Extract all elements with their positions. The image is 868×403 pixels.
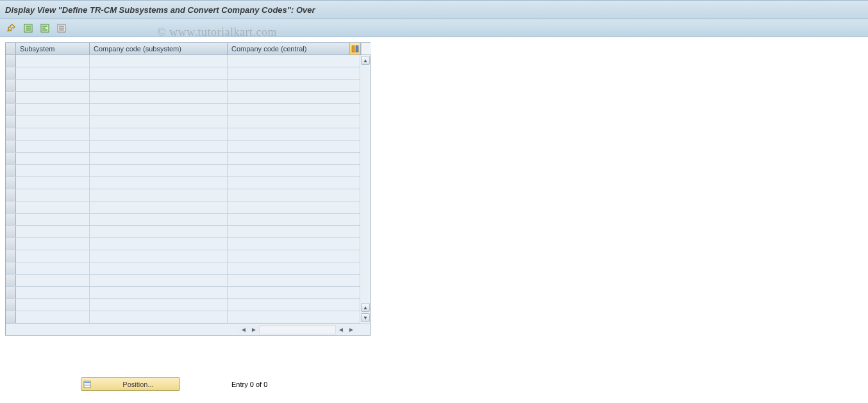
row-selector[interactable] [6, 287, 16, 298]
cell-company-cen[interactable] [228, 55, 349, 67]
cell-subsystem[interactable] [16, 141, 90, 152]
position-button[interactable]: Position... [81, 377, 180, 391]
cell-company-cen[interactable] [228, 226, 349, 237]
cell-company-cen[interactable] [228, 250, 349, 262]
cell-company-sub[interactable] [90, 80, 228, 91]
cell-company-cen[interactable] [228, 202, 349, 213]
table-row[interactable] [6, 80, 360, 92]
row-selector[interactable] [6, 214, 16, 225]
cell-company-cen[interactable] [228, 141, 349, 152]
cell-company-sub[interactable] [90, 128, 228, 140]
row-selector[interactable] [6, 177, 16, 189]
row-selector[interactable] [6, 104, 16, 116]
cell-subsystem[interactable] [16, 189, 90, 201]
table-row[interactable] [6, 311, 360, 323]
cell-company-sub[interactable] [90, 226, 228, 237]
cell-company-cen[interactable] [228, 189, 349, 201]
row-selector[interactable] [6, 311, 16, 323]
table-row[interactable] [6, 262, 360, 275]
table-row[interactable] [6, 189, 360, 202]
table-row[interactable] [6, 275, 360, 287]
table-row[interactable] [6, 67, 360, 80]
cell-company-cen[interactable] [228, 153, 349, 164]
table-row[interactable] [6, 153, 360, 165]
row-selector[interactable] [6, 67, 16, 79]
doc3-icon[interactable] [55, 22, 68, 35]
cell-subsystem[interactable] [16, 177, 90, 189]
cell-subsystem[interactable] [16, 262, 90, 274]
table-row[interactable] [6, 214, 360, 226]
cell-company-cen[interactable] [228, 214, 349, 225]
table-row[interactable] [6, 55, 360, 67]
table-row[interactable] [6, 238, 360, 250]
cell-company-cen[interactable] [228, 238, 349, 250]
table-row[interactable] [6, 141, 360, 153]
table-row[interactable] [6, 299, 360, 311]
cell-company-sub[interactable] [90, 214, 228, 225]
cell-company-cen[interactable] [228, 128, 349, 140]
row-selector[interactable] [6, 141, 16, 152]
cell-company-sub[interactable] [90, 238, 228, 250]
cell-subsystem[interactable] [16, 311, 90, 323]
cell-subsystem[interactable] [16, 153, 90, 164]
row-selector[interactable] [6, 80, 16, 91]
edit-icon[interactable] [5, 22, 18, 35]
cell-company-cen[interactable] [228, 262, 349, 274]
cell-company-cen[interactable] [228, 104, 349, 116]
cell-company-cen[interactable] [228, 275, 349, 286]
cell-subsystem[interactable] [16, 250, 90, 262]
table-row[interactable] [6, 177, 360, 189]
cell-company-sub[interactable] [90, 141, 228, 152]
cell-company-cen[interactable] [228, 80, 349, 91]
cell-subsystem[interactable] [16, 67, 90, 79]
cell-company-sub[interactable] [90, 287, 228, 298]
table-row[interactable] [6, 116, 360, 128]
row-selector[interactable] [6, 238, 16, 250]
cell-company-sub[interactable] [90, 189, 228, 201]
scroll-down-icon[interactable]: ▼ [361, 313, 370, 322]
cell-company-sub[interactable] [90, 177, 228, 189]
cell-subsystem[interactable] [16, 202, 90, 213]
cell-subsystem[interactable] [16, 104, 90, 116]
table-row[interactable] [6, 287, 360, 299]
table-row[interactable] [6, 202, 360, 214]
cell-company-cen[interactable] [228, 165, 349, 176]
row-selector[interactable] [6, 275, 16, 286]
doc-icon[interactable] [22, 22, 35, 35]
table-row[interactable] [6, 128, 360, 141]
cell-subsystem[interactable] [16, 238, 90, 250]
scroll-down-step-icon[interactable]: ▲ [361, 303, 370, 312]
cell-subsystem[interactable] [16, 80, 90, 91]
cell-subsystem[interactable] [16, 275, 90, 286]
cell-company-sub[interactable] [90, 153, 228, 164]
cell-company-sub[interactable] [90, 311, 228, 323]
cell-company-sub[interactable] [90, 116, 228, 128]
table-row[interactable] [6, 92, 360, 104]
cell-company-sub[interactable] [90, 55, 228, 67]
cell-company-sub[interactable] [90, 165, 228, 176]
cell-company-cen[interactable] [228, 92, 349, 103]
cell-subsystem[interactable] [16, 55, 90, 67]
cell-subsystem[interactable] [16, 92, 90, 103]
table-row[interactable] [6, 226, 360, 238]
row-selector[interactable] [6, 262, 16, 274]
row-selector[interactable] [6, 189, 16, 201]
row-selector[interactable] [6, 128, 16, 140]
table-row[interactable] [6, 165, 360, 177]
row-selector[interactable] [6, 202, 16, 213]
cell-company-sub[interactable] [90, 67, 228, 79]
cell-company-cen[interactable] [228, 116, 349, 128]
row-selector[interactable] [6, 153, 16, 164]
cell-company-sub[interactable] [90, 250, 228, 262]
row-selector[interactable] [6, 250, 16, 262]
cell-subsystem[interactable] [16, 299, 90, 311]
row-selector[interactable] [6, 226, 16, 237]
scroll-left-icon[interactable]: ◄ [239, 325, 248, 334]
cell-company-sub[interactable] [90, 299, 228, 311]
cell-company-cen[interactable] [228, 299, 349, 311]
cell-company-cen[interactable] [228, 287, 349, 298]
vertical-scrollbar[interactable]: ▲ ▲ ▼ [360, 55, 370, 323]
scroll-right-icon[interactable]: ► [347, 325, 356, 334]
hscroll-track[interactable] [259, 325, 336, 334]
cell-subsystem[interactable] [16, 287, 90, 298]
